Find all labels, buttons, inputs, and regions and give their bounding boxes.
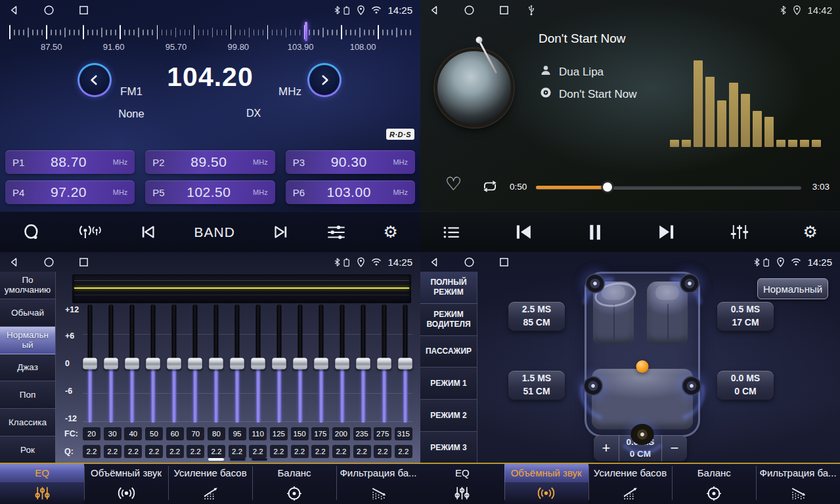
seek-bar[interactable] <box>536 186 801 189</box>
next-track-button[interactable] <box>657 223 676 241</box>
fc-value[interactable]: 80 <box>208 427 225 440</box>
fc-value[interactable]: 95 <box>229 427 246 440</box>
fc-value[interactable]: 40 <box>124 427 142 440</box>
nav-home-icon[interactable] <box>463 4 475 16</box>
settings-gear-icon[interactable]: ⚙ <box>803 224 818 240</box>
nav-back-icon[interactable] <box>428 256 441 268</box>
eq-band-slider[interactable] <box>83 304 97 423</box>
tab-bass-boost[interactable]: Усиление басов <box>588 464 673 504</box>
rear-left-delay[interactable]: 1.5 MS 51 CM <box>508 371 565 400</box>
nav-back-icon[interactable] <box>8 256 20 268</box>
tab-filter[interactable]: Фильтрация ба... <box>756 464 840 504</box>
eq-band-slider[interactable] <box>146 304 160 423</box>
preset-button-p3[interactable]: P3 90.30 MHz <box>286 150 415 174</box>
mode-1[interactable]: РЕЖИМ 1 <box>420 368 477 400</box>
scan-button[interactable] <box>22 224 41 241</box>
eq-band-slider[interactable] <box>252 304 265 423</box>
eq-band-slider[interactable] <box>104 304 118 423</box>
eq-preset-normal[interactable]: Нормальный <box>0 327 55 354</box>
q-value[interactable]: 2.2 <box>104 445 122 458</box>
eq-band-slider[interactable] <box>378 304 391 423</box>
nav-back-icon[interactable] <box>428 4 441 16</box>
eq-band-slider[interactable] <box>209 304 223 423</box>
mode-3[interactable]: РЕЖИМ 3 <box>420 432 477 464</box>
fc-value[interactable]: 110 <box>249 427 267 440</box>
tune-down-button[interactable] <box>77 63 112 97</box>
mode-full[interactable]: ПОЛНЫЙ РЕЖИМ <box>420 272 477 304</box>
increase-delay-button[interactable]: + <box>594 435 619 461</box>
eq-band-slider[interactable] <box>167 304 181 423</box>
previous-station-button[interactable] <box>139 224 157 240</box>
repeat-icon[interactable] <box>481 179 499 196</box>
q-value[interactable]: 2.2 <box>311 445 329 458</box>
nav-recents-icon[interactable] <box>498 4 510 16</box>
eq-preset-classic[interactable]: Классика <box>0 409 55 436</box>
tab-surround-sound[interactable]: Объёмный звук <box>504 464 588 504</box>
nav-recents-icon[interactable] <box>77 4 90 16</box>
preset-button-p2[interactable]: P2 89.50 MHz <box>145 150 275 174</box>
q-value[interactable]: 2.2 <box>124 445 142 458</box>
front-left-delay[interactable]: 2.5 MS 85 CM <box>508 302 565 331</box>
q-value[interactable]: 2.2 <box>166 445 184 458</box>
eq-preset-pop[interactable]: Поп <box>0 381 55 409</box>
nav-home-icon[interactable] <box>43 256 55 268</box>
eq-band-slider[interactable] <box>399 304 412 423</box>
eq-band-slider[interactable] <box>357 304 370 423</box>
playlist-button[interactable] <box>443 225 460 240</box>
eq-band-slider[interactable] <box>125 304 139 423</box>
tab-balance[interactable]: Баланс <box>252 464 336 504</box>
eq-band-slider[interactable] <box>336 304 349 423</box>
preset-button-p1[interactable]: P1 88.70 MHz <box>5 150 135 174</box>
eq-preset-default[interactable]: По умолчанию <box>0 272 55 299</box>
nav-recents-icon[interactable] <box>498 256 510 268</box>
equalizer-button[interactable] <box>730 223 749 241</box>
mode-2[interactable]: РЕЖИМ 2 <box>420 400 477 432</box>
q-value[interactable]: 2.2 <box>332 445 350 458</box>
fc-value[interactable]: 175 <box>311 427 329 440</box>
nav-recents-icon[interactable] <box>77 256 90 268</box>
nav-home-icon[interactable] <box>463 256 475 268</box>
listening-position-marker[interactable] <box>636 360 649 373</box>
q-value[interactable]: 2.2 <box>291 445 309 458</box>
tab-balance[interactable]: Баланс <box>672 464 756 504</box>
front-right-delay[interactable]: 0.5 MS 17 CM <box>717 302 774 331</box>
tab-surround-sound[interactable]: Объёмный звук <box>84 464 168 504</box>
eq-band-slider[interactable] <box>315 304 328 423</box>
preset-button-p5[interactable]: P5 102.50 MHz <box>145 180 275 204</box>
tab-eq[interactable]: EQ <box>0 464 84 504</box>
band-button[interactable]: BAND <box>194 224 235 240</box>
q-value[interactable]: 2.2 <box>353 445 371 458</box>
fc-value[interactable]: 235 <box>353 427 371 440</box>
eq-band-slider[interactable] <box>273 304 286 423</box>
q-value[interactable]: 2.2 <box>83 445 100 458</box>
fc-value[interactable]: 50 <box>145 427 163 440</box>
eq-band-slider[interactable] <box>294 304 307 423</box>
seek-bar-thumb[interactable] <box>603 182 612 192</box>
q-value[interactable]: 2.2 <box>145 445 163 458</box>
nav-home-icon[interactable] <box>43 4 55 16</box>
tab-eq[interactable]: EQ <box>420 464 504 504</box>
broadcast-button[interactable] <box>77 223 102 241</box>
fc-value[interactable]: 60 <box>166 427 184 440</box>
q-value[interactable]: 2.2 <box>395 445 412 458</box>
nav-back-icon[interactable] <box>8 4 20 16</box>
eq-preset-custom[interactable]: Обычай <box>0 299 55 327</box>
eq-band-slider[interactable] <box>188 304 202 423</box>
tab-filter[interactable]: Фильтрация ба... <box>336 464 420 504</box>
q-value[interactable]: 2.2 <box>270 445 288 458</box>
eq-band-slider[interactable] <box>230 304 244 423</box>
settings-gear-icon[interactable]: ⚙ <box>384 224 398 240</box>
q-value[interactable]: 2.2 <box>374 445 391 458</box>
q-value[interactable]: 2.2 <box>229 445 246 458</box>
fc-value[interactable]: 200 <box>332 427 350 440</box>
q-value[interactable]: 2.2 <box>249 445 267 458</box>
frequency-dial[interactable] <box>9 24 411 41</box>
previous-track-button[interactable] <box>514 223 533 241</box>
next-station-button[interactable] <box>272 224 290 240</box>
fc-value[interactable]: 125 <box>270 427 288 440</box>
eq-preset-rock[interactable]: Рок <box>0 436 55 464</box>
fc-value[interactable]: 315 <box>395 427 412 440</box>
q-value[interactable]: 2.2 <box>187 445 204 458</box>
mode-passenger[interactable]: ПАССАЖИР <box>420 336 477 368</box>
tune-up-button[interactable] <box>307 63 342 97</box>
